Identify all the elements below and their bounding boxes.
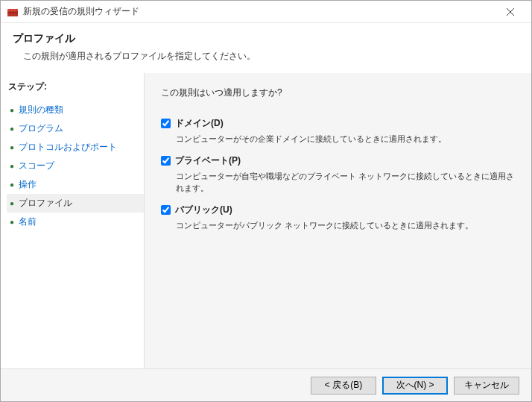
firewall-icon <box>7 6 19 18</box>
sidebar-step-0[interactable]: ●規則の種類 <box>7 101 144 119</box>
option-label: ドメイン(D) <box>175 117 224 130</box>
step-label: 規則の種類 <box>19 104 63 116</box>
sidebar-step-4[interactable]: ●操作 <box>7 175 144 194</box>
sidebar-step-2[interactable]: ●プロトコルおよびポート <box>7 138 144 157</box>
sidebar-step-5[interactable]: ●プロファイル <box>7 194 144 213</box>
step-label: 操作 <box>19 178 37 191</box>
option-desc: コンピューターがその企業ドメインに接続しているときに適用されます。 <box>176 133 515 145</box>
header: プロファイル この規則が適用されるプロファイルを指定してください。 <box>1 23 531 73</box>
step-label: スコープ <box>19 160 54 172</box>
svg-rect-4 <box>13 9 13 16</box>
page-title: プロファイル <box>13 32 519 45</box>
bullet-icon: ● <box>10 106 14 114</box>
back-button[interactable]: < 戻る(B) <box>311 377 376 395</box>
sidebar-step-1[interactable]: ●プログラム <box>7 119 144 138</box>
option-label: プライベート(P) <box>175 154 241 167</box>
step-label: プロトコルおよびポート <box>19 141 117 154</box>
bullet-icon: ● <box>10 125 14 133</box>
bullet-icon: ● <box>10 218 14 226</box>
step-label: プロファイル <box>19 197 72 210</box>
bullet-icon: ● <box>10 180 14 189</box>
close-button[interactable] <box>495 1 525 22</box>
option-desc: コンピューターがパブリック ネットワークに接続しているときに適用されます。 <box>176 219 515 232</box>
next-button[interactable]: 次へ(N) > <box>382 377 448 395</box>
option-checkbox-2[interactable] <box>161 205 171 215</box>
svg-rect-3 <box>10 9 10 16</box>
sidebar: ステップ: ●規則の種類●プログラム●プロトコルおよびポート●スコープ●操作●プ… <box>1 73 144 379</box>
close-icon <box>507 8 514 16</box>
footer: < 戻る(B) 次へ(N) > キャンセル <box>1 368 531 401</box>
sidebar-step-6[interactable]: ●名前 <box>7 213 144 231</box>
main-question: この規則はいつ適用しますか? <box>161 87 515 99</box>
bullet-icon: ● <box>10 143 14 151</box>
main-panel: この規則はいつ適用しますか? ドメイン(D)コンピューターがその企業ドメインに接… <box>144 73 531 379</box>
option-checkbox-0[interactable] <box>161 119 171 128</box>
sidebar-step-3[interactable]: ●スコープ <box>7 157 144 175</box>
step-label: プログラム <box>19 122 63 135</box>
option-row-1: プライベート(P) <box>161 154 515 167</box>
window-title: 新規の受信の規則ウィザード <box>23 5 495 18</box>
option-row-2: パブリック(U) <box>161 204 515 216</box>
option-checkbox-1[interactable] <box>161 156 171 166</box>
svg-rect-5 <box>16 9 16 16</box>
option-desc: コンピューターが自宅や職場などのプライベート ネットワークに接続しているときに適… <box>176 170 515 195</box>
step-label: 名前 <box>19 216 37 228</box>
bullet-icon: ● <box>10 162 14 170</box>
option-row-0: ドメイン(D) <box>161 117 515 130</box>
page-subtitle: この規則が適用されるプロファイルを指定してください。 <box>23 50 519 63</box>
option-label: パブリック(U) <box>175 204 232 216</box>
body: ステップ: ●規則の種類●プログラム●プロトコルおよびポート●スコープ●操作●プ… <box>1 73 531 379</box>
titlebar: 新規の受信の規則ウィザード <box>1 1 531 23</box>
sidebar-heading: ステップ: <box>8 81 144 93</box>
cancel-button[interactable]: キャンセル <box>454 377 519 395</box>
bullet-icon: ● <box>10 199 14 207</box>
